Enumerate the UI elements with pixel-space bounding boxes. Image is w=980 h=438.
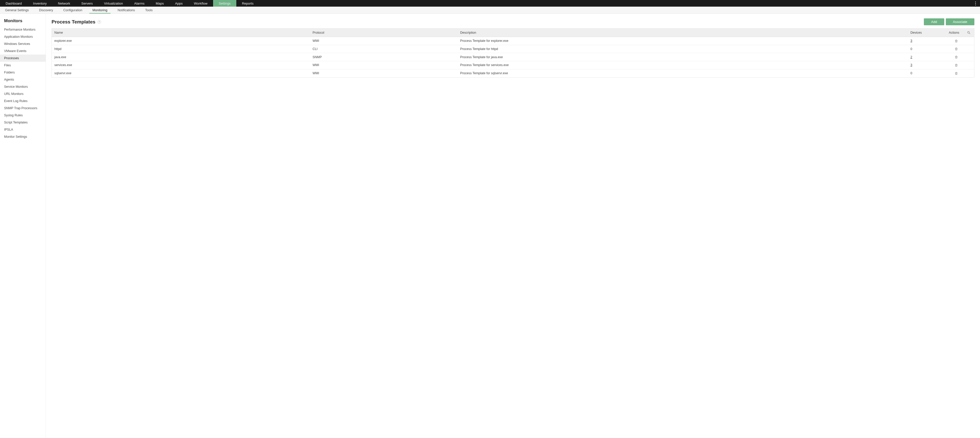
svg-point-0	[967, 32, 969, 33]
sidebar-item-folders[interactable]: Folders	[0, 69, 46, 76]
devices-link[interactable]: 3	[911, 39, 912, 43]
sidebar-item-windows-services[interactable]: Windows Services	[0, 40, 46, 48]
nav-network[interactable]: Network	[52, 0, 76, 6]
cell-description: Process Template for explorer.exe	[458, 37, 908, 45]
subnav-general-settings[interactable]: General Settings	[0, 6, 34, 14]
sidebar: Monitors Performance Monitors Applicatio…	[0, 14, 46, 438]
help-icon[interactable]: ?	[97, 20, 101, 24]
col-name[interactable]: Name	[52, 29, 310, 37]
cell-name: sqlservr.exe	[52, 69, 310, 77]
kebab-menu-icon[interactable]	[972, 0, 978, 6]
trash-icon[interactable]	[955, 39, 958, 43]
add-button[interactable]: Add	[924, 18, 944, 25]
svg-line-1	[969, 33, 970, 34]
col-actions-label: Actions	[949, 31, 959, 35]
sidebar-item-url-monitors[interactable]: URL Monitors	[0, 90, 46, 97]
process-templates-table: Name Protocol Description Devices Action…	[52, 28, 974, 78]
sidebar-item-syslog-rules[interactable]: Syslog Rules	[0, 112, 46, 119]
subnav-configuration[interactable]: Configuration	[58, 6, 87, 14]
sidebar-item-agents[interactable]: Agents	[0, 76, 46, 83]
sidebar-item-script-templates[interactable]: Script Templates	[0, 119, 46, 126]
table-row[interactable]: java.exe SNMP Process Template for java.…	[52, 53, 974, 61]
col-protocol[interactable]: Protocol	[310, 29, 458, 37]
nav-workflow[interactable]: Workflow	[188, 0, 213, 6]
cell-protocol: WMI	[310, 61, 458, 69]
sidebar-item-files[interactable]: Files	[0, 62, 46, 69]
devices-link[interactable]: 2	[911, 56, 912, 59]
sub-nav: General Settings Discovery Configuration…	[0, 6, 980, 14]
nav-settings[interactable]: Settings	[213, 0, 236, 6]
col-actions: Actions	[939, 29, 974, 37]
sidebar-item-performance-monitors[interactable]: Performance Monitors	[0, 26, 46, 33]
cell-name: java.exe	[52, 53, 310, 61]
subnav-notifications[interactable]: Notifications	[113, 6, 140, 14]
page-title: Process Templates	[52, 19, 95, 25]
search-icon[interactable]	[967, 31, 970, 35]
table-row[interactable]: sqlservr.exe WMI Process Template for sq…	[52, 69, 974, 77]
nav-reports[interactable]: Reports	[236, 0, 259, 6]
cell-name: httpd	[52, 45, 310, 53]
devices-link[interactable]: 3	[911, 63, 912, 67]
devices-count: 0	[911, 47, 912, 51]
table-row[interactable]: services.exe WMI Process Template for se…	[52, 61, 974, 69]
sidebar-item-service-monitors[interactable]: Service Monitors	[0, 83, 46, 90]
page-header: Process Templates ? Add Associate	[52, 18, 974, 25]
sidebar-item-vmware-events[interactable]: VMware Events	[0, 48, 46, 55]
nav-maps[interactable]: Maps	[150, 0, 169, 6]
sidebar-item-ipsla[interactable]: IPSLA	[0, 126, 46, 133]
cell-description: Process Template for sqlservr.exe	[458, 69, 908, 77]
top-nav: Dashboard Inventory Network Servers Virt…	[0, 0, 980, 6]
nav-dashboard[interactable]: Dashboard	[0, 0, 27, 6]
nav-virtualization[interactable]: Virtualization	[99, 0, 129, 6]
cell-protocol: WMI	[310, 37, 458, 45]
nav-inventory[interactable]: Inventory	[27, 0, 52, 6]
trash-icon[interactable]	[955, 47, 958, 51]
cell-protocol: CLI	[310, 45, 458, 53]
cell-protocol: SNMP	[310, 53, 458, 61]
associate-button[interactable]: Associate	[946, 18, 974, 25]
sidebar-item-snmp-trap-processors[interactable]: SNMP Trap Processors	[0, 105, 46, 112]
trash-icon[interactable]	[955, 56, 958, 59]
cell-protocol: WMI	[310, 69, 458, 77]
trash-icon[interactable]	[955, 63, 958, 67]
sidebar-list: Performance Monitors Application Monitor…	[0, 26, 46, 140]
nav-servers[interactable]: Servers	[76, 0, 99, 6]
table-row[interactable]: httpd CLI Process Template for httpd 0	[52, 45, 974, 53]
nav-apps[interactable]: Apps	[169, 0, 188, 6]
subnav-tools[interactable]: Tools	[140, 6, 158, 14]
cell-name: services.exe	[52, 61, 310, 69]
table-row[interactable]: explorer.exe WMI Process Template for ex…	[52, 37, 974, 45]
sidebar-item-event-log-rules[interactable]: Event Log Rules	[0, 97, 46, 105]
cell-description: Process Template for services.exe	[458, 61, 908, 69]
cell-name: explorer.exe	[52, 37, 310, 45]
sidebar-item-monitor-settings[interactable]: Monitor Settings	[0, 133, 46, 140]
sidebar-item-application-monitors[interactable]: Application Monitors	[0, 33, 46, 40]
devices-count: 0	[911, 71, 912, 75]
subnav-monitoring[interactable]: Monitoring	[87, 6, 112, 14]
cell-description: Process Template for java.exe	[458, 53, 908, 61]
table-header-row: Name Protocol Description Devices Action…	[52, 29, 974, 37]
col-devices[interactable]: Devices	[908, 29, 939, 37]
trash-icon[interactable]	[955, 72, 958, 75]
subnav-discovery[interactable]: Discovery	[34, 6, 58, 14]
nav-alarms[interactable]: Alarms	[129, 0, 150, 6]
sidebar-title: Monitors	[0, 17, 46, 26]
cell-description: Process Template for httpd	[458, 45, 908, 53]
col-description[interactable]: Description	[458, 29, 908, 37]
sidebar-item-processes[interactable]: Processes	[0, 55, 46, 62]
content-area: Process Templates ? Add Associate Name P…	[46, 14, 980, 438]
